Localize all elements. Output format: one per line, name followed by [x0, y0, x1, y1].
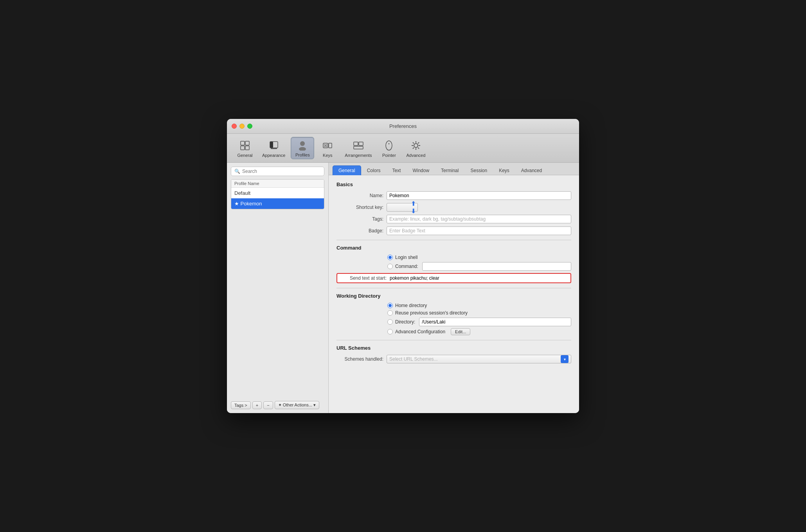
svg-point-15	[386, 141, 392, 150]
toolbar-item-appearance[interactable]: Appearance	[258, 138, 289, 159]
svg-line-22	[413, 142, 414, 144]
svg-rect-5	[270, 142, 273, 148]
main-panel: General Colors Text Window Terminal Sess…	[329, 163, 579, 413]
sidebar-bottom: Tags > + − ✦ Other Actions... ▾	[231, 401, 324, 409]
directory-input[interactable]	[419, 318, 571, 326]
send-text-input[interactable]	[390, 275, 568, 281]
tab-terminal[interactable]: Terminal	[435, 165, 464, 175]
tab-bar: General Colors Text Window Terminal Sess…	[329, 163, 579, 175]
edit-button[interactable]: Edit...	[451, 328, 470, 335]
tab-colors[interactable]: Colors	[361, 165, 387, 175]
command-radio-row: Command:	[387, 262, 571, 271]
name-label: Name:	[336, 193, 383, 198]
shortcut-key-row: Shortcut key: ⬆⬇	[336, 203, 571, 212]
toolbar-item-keys[interactable]: ⌘ Keys	[316, 138, 339, 159]
url-schemes-select[interactable]: Select URL Schemes... ▾	[387, 355, 571, 363]
toolbar-item-pointer[interactable]: Pointer	[377, 138, 401, 159]
reuse-session-row: Reuse previous session's directory	[387, 310, 571, 316]
name-input[interactable]	[387, 191, 571, 200]
url-schemes-arrow[interactable]: ▾	[561, 355, 569, 363]
main-content: 🔍 Profile Name Default ★ Pokemon Tags > …	[227, 163, 579, 413]
maximize-button[interactable]	[247, 124, 252, 129]
toolbar-item-profiles-label: Profiles	[295, 153, 310, 157]
home-directory-radio[interactable]	[387, 303, 393, 308]
divider-2	[336, 288, 571, 288]
working-dir-radios: Home directory Reuse previous session's …	[387, 303, 571, 335]
shortcut-key-label: Shortcut key:	[336, 205, 383, 210]
tab-text[interactable]: Text	[386, 165, 407, 175]
svg-rect-13	[359, 142, 363, 146]
other-actions-label: ✦ Other Actions...	[278, 403, 312, 407]
window-title: Preferences	[389, 123, 417, 129]
other-actions-button[interactable]: ✦ Other Actions... ▾	[275, 401, 319, 409]
profiles-icon	[296, 139, 309, 151]
title-bar: Preferences	[227, 119, 579, 134]
shortcut-key-select[interactable]: ⬆⬇	[387, 203, 418, 212]
url-schemes-placeholder: Select URL Schemes...	[389, 356, 438, 362]
search-box[interactable]: 🔍	[231, 167, 324, 176]
advanced-config-radio[interactable]	[387, 329, 393, 334]
profiles-header: Profile Name	[231, 180, 324, 188]
command-input[interactable]	[422, 262, 571, 271]
toolbar-item-general[interactable]: General	[233, 138, 257, 159]
panel-content: Basics Name: Shortcut key: ⬆⬇ Tags:	[329, 175, 579, 413]
toolbar-item-advanced[interactable]: Advanced	[402, 138, 429, 159]
directory-label: Directory:	[395, 319, 415, 325]
tab-advanced[interactable]: Advanced	[515, 165, 548, 175]
login-shell-label: Login shell	[395, 255, 417, 260]
send-text-label: Send text at start:	[340, 275, 387, 281]
tab-session[interactable]: Session	[464, 165, 493, 175]
svg-rect-2	[241, 146, 245, 150]
add-button[interactable]: +	[252, 401, 262, 409]
badge-row: Badge:	[336, 226, 571, 235]
keys-icon: ⌘	[321, 139, 334, 152]
directory-row: Directory:	[387, 318, 571, 326]
tab-keys[interactable]: Keys	[493, 165, 515, 175]
minimize-button[interactable]	[239, 124, 245, 129]
reuse-session-radio[interactable]	[387, 310, 393, 316]
toolbar-item-profiles[interactable]: Profiles	[291, 137, 314, 159]
home-directory-row: Home directory	[387, 303, 571, 308]
toolbar-item-appearance-label: Appearance	[262, 153, 285, 158]
traffic-lights	[232, 124, 252, 129]
toolbar-item-arrangements-label: Arrangements	[345, 153, 372, 158]
remove-button[interactable]: −	[263, 401, 273, 409]
appearance-icon	[268, 139, 280, 152]
command-radio-label: Command:	[395, 264, 418, 269]
directory-radio[interactable]	[387, 319, 393, 325]
working-directory-section-title: Working Directory	[336, 293, 571, 299]
profile-item-default[interactable]: Default	[231, 188, 324, 198]
close-button[interactable]	[232, 124, 237, 129]
preferences-window: Preferences General Ap	[227, 119, 579, 413]
toolbar-item-keys-label: Keys	[323, 153, 332, 158]
svg-line-24	[418, 142, 419, 144]
svg-rect-0	[241, 141, 245, 145]
search-input[interactable]	[242, 169, 321, 174]
tags-button[interactable]: Tags >	[231, 401, 251, 409]
tags-input[interactable]	[387, 215, 571, 223]
toolbar: General Appearance Profiles	[227, 134, 579, 163]
svg-rect-11	[329, 143, 332, 148]
svg-rect-12	[354, 142, 358, 146]
advanced-config-row: Advanced Configuration Edit...	[387, 328, 571, 335]
command-radios: Login shell Command:	[387, 255, 571, 271]
svg-line-23	[418, 147, 419, 149]
login-shell-radio[interactable]	[387, 255, 393, 260]
advanced-icon	[410, 139, 422, 152]
badge-input[interactable]	[387, 226, 571, 235]
svg-rect-3	[245, 146, 249, 150]
tab-window[interactable]: Window	[407, 165, 435, 175]
svg-text:⌘: ⌘	[324, 144, 327, 148]
svg-line-25	[413, 147, 414, 149]
name-row: Name:	[336, 191, 571, 200]
tab-general[interactable]: General	[333, 165, 361, 175]
toolbar-item-arrangements[interactable]: Arrangements	[341, 138, 376, 159]
toolbar-item-general-label: General	[237, 153, 252, 158]
command-section-title: Command	[336, 245, 571, 251]
url-schemes-row: Schemes handled: Select URL Schemes... ▾	[336, 355, 571, 363]
svg-rect-1	[245, 141, 249, 145]
divider-1	[336, 240, 571, 240]
profile-item-pokemon[interactable]: ★ Pokemon	[231, 198, 324, 209]
toolbar-item-advanced-label: Advanced	[406, 153, 425, 158]
command-radio[interactable]	[387, 264, 393, 269]
